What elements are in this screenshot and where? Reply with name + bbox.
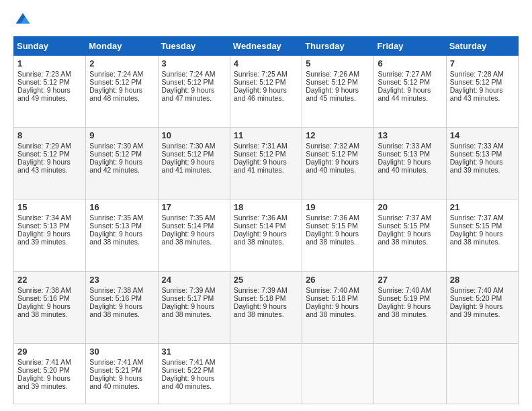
day-cell: 9 Sunrise: 7:30 AM Sunset: 5:12 PM Dayli…	[86, 128, 158, 199]
day-cell: 27 Sunrise: 7:40 AM Sunset: 5:19 PM Dayl…	[374, 271, 446, 343]
day-number: 16	[89, 202, 154, 212]
day-cell: 30 Sunrise: 7:41 AM Sunset: 5:21 PM Dayl…	[86, 343, 158, 404]
day-cell: 25 Sunrise: 7:39 AM Sunset: 5:18 PM Dayl…	[230, 271, 302, 343]
sunrise-label: Sunrise: 7:27 AM	[378, 70, 431, 78]
daylight-label: Daylight: 9 hours and 38 minutes.	[378, 302, 431, 318]
daylight-label: Daylight: 9 hours and 40 minutes.	[306, 158, 359, 174]
day-cell: 12 Sunrise: 7:32 AM Sunset: 5:12 PM Dayl…	[302, 128, 374, 199]
sunrise-label: Sunrise: 7:41 AM	[162, 358, 216, 366]
day-number: 3	[162, 58, 226, 68]
daylight-label: Daylight: 9 hours and 45 minutes.	[306, 86, 359, 102]
day-cell: 14 Sunrise: 7:33 AM Sunset: 5:13 PM Dayl…	[446, 128, 518, 199]
sunrise-label: Sunrise: 7:37 AM	[378, 214, 431, 222]
daylight-label: Daylight: 9 hours and 38 minutes.	[306, 230, 359, 246]
day-cell: 22 Sunrise: 7:38 AM Sunset: 5:16 PM Dayl…	[14, 271, 86, 343]
sunset-label: Sunset: 5:12 PM	[234, 78, 286, 86]
day-number: 31	[162, 347, 226, 357]
sunset-label: Sunset: 5:12 PM	[378, 78, 430, 86]
sunrise-label: Sunrise: 7:36 AM	[306, 214, 359, 222]
sunset-label: Sunset: 5:18 PM	[234, 294, 286, 302]
daylight-label: Daylight: 9 hours and 38 minutes.	[378, 230, 431, 246]
day-number: 13	[378, 130, 442, 140]
day-cell: 11 Sunrise: 7:31 AM Sunset: 5:12 PM Dayl…	[230, 128, 302, 199]
daylight-label: Daylight: 9 hours and 38 minutes.	[450, 230, 503, 246]
sunrise-label: Sunrise: 7:30 AM	[89, 142, 143, 150]
daylight-label: Daylight: 9 hours and 38 minutes.	[306, 302, 359, 318]
sunrise-label: Sunrise: 7:24 AM	[162, 70, 216, 78]
sunset-label: Sunset: 5:12 PM	[450, 78, 502, 86]
sunset-label: Sunset: 5:12 PM	[17, 78, 70, 86]
sunrise-label: Sunrise: 7:34 AM	[17, 214, 71, 222]
col-header-wednesday: Wednesday	[230, 37, 302, 56]
day-number: 6	[378, 58, 442, 68]
week-row-1: 1 Sunrise: 7:23 AM Sunset: 5:12 PM Dayli…	[14, 56, 519, 128]
daylight-label: Daylight: 9 hours and 44 minutes.	[378, 86, 431, 102]
daylight-label: Daylight: 9 hours and 49 minutes.	[17, 86, 71, 102]
day-cell: 2 Sunrise: 7:24 AM Sunset: 5:12 PM Dayli…	[86, 56, 158, 128]
day-number: 17	[162, 202, 226, 212]
daylight-label: Daylight: 9 hours and 39 minutes.	[17, 374, 71, 390]
sunset-label: Sunset: 5:12 PM	[17, 150, 70, 158]
sunrise-label: Sunrise: 7:40 AM	[378, 286, 431, 294]
day-number: 29	[17, 347, 82, 357]
sunset-label: Sunset: 5:16 PM	[89, 294, 142, 302]
sunrise-label: Sunrise: 7:38 AM	[17, 286, 71, 294]
sunrise-label: Sunrise: 7:33 AM	[378, 142, 431, 150]
sunset-label: Sunset: 5:13 PM	[450, 150, 502, 158]
page: SundayMondayTuesdayWednesdayThursdayFrid…	[0, 0, 532, 411]
day-cell: 28 Sunrise: 7:40 AM Sunset: 5:20 PM Dayl…	[446, 271, 518, 343]
sunrise-label: Sunrise: 7:41 AM	[17, 358, 71, 366]
sunset-label: Sunset: 5:19 PM	[378, 294, 430, 302]
sunrise-label: Sunrise: 7:39 AM	[234, 286, 287, 294]
sunset-label: Sunset: 5:13 PM	[17, 222, 70, 230]
sunrise-label: Sunrise: 7:40 AM	[450, 286, 504, 294]
sunrise-label: Sunrise: 7:40 AM	[306, 286, 359, 294]
header	[13, 11, 519, 30]
sunset-label: Sunset: 5:18 PM	[306, 294, 358, 302]
sunset-label: Sunset: 5:16 PM	[17, 294, 70, 302]
day-number: 24	[162, 275, 226, 285]
daylight-label: Daylight: 9 hours and 40 minutes.	[89, 374, 142, 390]
day-number: 15	[17, 202, 82, 212]
day-number: 19	[306, 202, 370, 212]
day-cell: 10 Sunrise: 7:30 AM Sunset: 5:12 PM Dayl…	[158, 128, 230, 199]
day-cell: 24 Sunrise: 7:39 AM Sunset: 5:17 PM Dayl…	[158, 271, 230, 343]
sunset-label: Sunset: 5:12 PM	[162, 150, 214, 158]
sunrise-label: Sunrise: 7:36 AM	[234, 214, 287, 222]
sunrise-label: Sunrise: 7:32 AM	[306, 142, 359, 150]
sunrise-label: Sunrise: 7:33 AM	[450, 142, 504, 150]
sunrise-label: Sunrise: 7:24 AM	[89, 70, 143, 78]
calendar-table: SundayMondayTuesdayWednesdayThursdayFrid…	[13, 36, 519, 404]
day-number: 5	[306, 58, 370, 68]
day-number: 10	[162, 130, 226, 140]
day-number: 22	[17, 275, 82, 285]
day-cell: 1 Sunrise: 7:23 AM Sunset: 5:12 PM Dayli…	[14, 56, 86, 128]
day-cell: 8 Sunrise: 7:29 AM Sunset: 5:12 PM Dayli…	[14, 128, 86, 199]
sunset-label: Sunset: 5:12 PM	[234, 150, 286, 158]
day-number: 25	[234, 275, 298, 285]
sunset-label: Sunset: 5:20 PM	[17, 366, 70, 374]
day-number: 14	[450, 130, 515, 140]
day-number: 12	[306, 130, 370, 140]
day-cell: 19 Sunrise: 7:36 AM Sunset: 5:15 PM Dayl…	[302, 199, 374, 271]
daylight-label: Daylight: 9 hours and 39 minutes.	[450, 302, 503, 318]
col-header-saturday: Saturday	[446, 37, 518, 56]
sunrise-label: Sunrise: 7:28 AM	[450, 70, 504, 78]
day-number: 1	[17, 58, 82, 68]
day-number: 23	[89, 275, 154, 285]
daylight-label: Daylight: 9 hours and 41 minutes.	[234, 158, 287, 174]
sunrise-label: Sunrise: 7:37 AM	[450, 214, 504, 222]
sunset-label: Sunset: 5:21 PM	[89, 366, 142, 374]
day-number: 28	[450, 275, 515, 285]
daylight-label: Daylight: 9 hours and 42 minutes.	[89, 158, 142, 174]
day-cell: 26 Sunrise: 7:40 AM Sunset: 5:18 PM Dayl…	[302, 271, 374, 343]
day-cell: 31 Sunrise: 7:41 AM Sunset: 5:22 PM Dayl…	[158, 343, 230, 404]
daylight-label: Daylight: 9 hours and 46 minutes.	[234, 86, 287, 102]
day-number: 27	[378, 275, 442, 285]
sunset-label: Sunset: 5:20 PM	[450, 294, 502, 302]
sunset-label: Sunset: 5:15 PM	[450, 222, 502, 230]
daylight-label: Daylight: 9 hours and 38 minutes.	[234, 302, 287, 318]
sunrise-label: Sunrise: 7:23 AM	[17, 70, 71, 78]
day-number: 21	[450, 202, 515, 212]
week-row-2: 8 Sunrise: 7:29 AM Sunset: 5:12 PM Dayli…	[14, 128, 519, 199]
